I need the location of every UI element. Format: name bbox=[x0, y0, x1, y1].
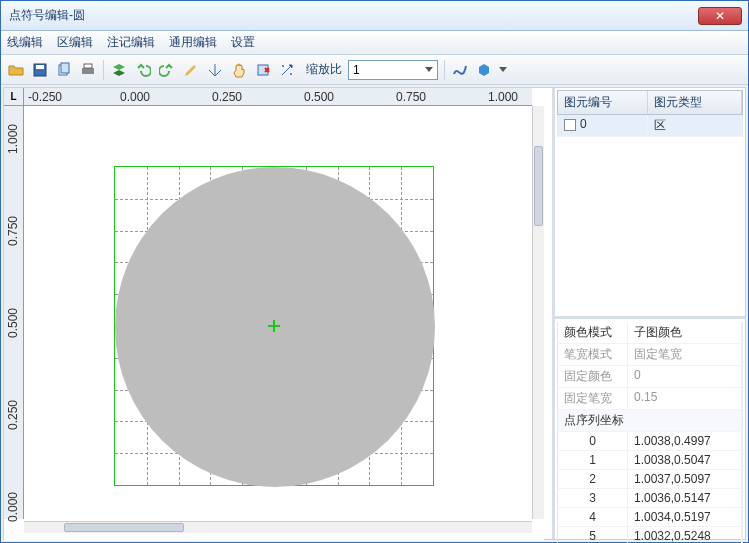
prop-label: 固定颜色 bbox=[558, 366, 628, 387]
svg-rect-1 bbox=[36, 65, 44, 69]
coord-row[interactable]: 21.0037,0.5097 bbox=[557, 470, 743, 489]
checkbox-icon[interactable] bbox=[564, 119, 576, 131]
ruler-h-tick: 0.750 bbox=[396, 90, 426, 104]
coord-val: 1.0038,0.5047 bbox=[628, 451, 742, 469]
menu-annotation-edit[interactable]: 注记编辑 bbox=[107, 34, 155, 51]
coord-val: 1.0034,0.5197 bbox=[628, 508, 742, 526]
ruler-v-tick: 0.750 bbox=[6, 216, 20, 246]
clear-icon[interactable] bbox=[206, 61, 224, 79]
prop-row[interactable]: 固定颜色 0 bbox=[557, 366, 743, 388]
horizontal-scrollbar[interactable] bbox=[24, 521, 532, 533]
layer-icon[interactable] bbox=[110, 61, 128, 79]
coords-header-row[interactable]: 点序列坐标 bbox=[557, 410, 743, 432]
open-icon[interactable] bbox=[7, 61, 25, 79]
client-area: L -0.250 0.000 0.250 0.500 0.750 1.000 1… bbox=[3, 87, 746, 540]
prop-row[interactable]: 颜色模式 子图颜色 bbox=[557, 322, 743, 344]
ruler-vertical: 1.000 0.750 0.500 0.250 0.000 bbox=[4, 106, 24, 519]
menu-line-edit[interactable]: 线编辑 bbox=[7, 34, 43, 51]
coord-row[interactable]: 01.0038,0.4997 bbox=[557, 432, 743, 451]
window-title: 点符号编辑-圆 bbox=[7, 7, 698, 24]
chevron-down-icon bbox=[425, 67, 433, 72]
magic-icon[interactable] bbox=[278, 61, 296, 79]
prop-row[interactable]: 固定笔宽 0.15 bbox=[557, 388, 743, 410]
coords-header: 点序列坐标 bbox=[558, 410, 742, 431]
coord-idx: 3 bbox=[558, 489, 628, 507]
prop-value: 子图颜色 bbox=[628, 322, 742, 343]
table-header-row: 图元编号 图元类型 bbox=[557, 90, 743, 115]
zoom-select[interactable]: 1 bbox=[348, 60, 438, 80]
vertical-scrollbar[interactable] bbox=[532, 106, 544, 519]
pan-icon[interactable] bbox=[230, 61, 248, 79]
cell-element-type: 区 bbox=[648, 115, 742, 136]
copy-icon[interactable] bbox=[55, 61, 73, 79]
table-row[interactable]: 0 区 bbox=[557, 115, 743, 137]
svg-point-7 bbox=[282, 65, 284, 67]
ruler-h-tick: 0.500 bbox=[304, 90, 334, 104]
svg-rect-4 bbox=[82, 68, 94, 74]
redo-icon[interactable] bbox=[158, 61, 176, 79]
scroll-thumb[interactable] bbox=[534, 146, 543, 226]
bounding-box bbox=[114, 166, 434, 486]
coord-idx: 2 bbox=[558, 470, 628, 488]
coord-idx: 0 bbox=[558, 432, 628, 450]
viewport[interactable] bbox=[24, 106, 532, 519]
coord-val: 1.0037,0.5097 bbox=[628, 470, 742, 488]
prop-label: 颜色模式 bbox=[558, 322, 628, 343]
menu-general-edit[interactable]: 通用编辑 bbox=[169, 34, 217, 51]
ruler-v-tick: 1.000 bbox=[6, 124, 20, 154]
delete-icon[interactable] bbox=[254, 61, 272, 79]
coord-idx: 5 bbox=[558, 527, 628, 543]
prop-value: 0 bbox=[628, 366, 742, 387]
coord-val: 1.0038,0.4997 bbox=[628, 432, 742, 450]
prop-label: 固定笔宽 bbox=[558, 388, 628, 409]
cell-element-id: 0 bbox=[558, 115, 648, 136]
coord-idx: 1 bbox=[558, 451, 628, 469]
prop-row[interactable]: 笔宽模式 固定笔宽 bbox=[557, 344, 743, 366]
scroll-thumb[interactable] bbox=[64, 523, 184, 532]
ruler-corner[interactable]: L bbox=[4, 88, 24, 106]
close-icon: ✕ bbox=[715, 9, 725, 23]
prop-value: 固定笔宽 bbox=[628, 344, 742, 365]
save-icon[interactable] bbox=[31, 61, 49, 79]
zoom-label: 缩放比 bbox=[306, 61, 342, 78]
close-button[interactable]: ✕ bbox=[698, 7, 742, 25]
ruler-h-tick: -0.250 bbox=[28, 90, 62, 104]
prop-value: 0.15 bbox=[628, 388, 742, 409]
print-icon[interactable] bbox=[79, 61, 97, 79]
coord-row[interactable]: 31.0036,0.5147 bbox=[557, 489, 743, 508]
hexagon-tool-icon[interactable] bbox=[475, 61, 493, 79]
ruler-v-tick: 0.250 bbox=[6, 400, 20, 430]
menubar: 线编辑 区编辑 注记编辑 通用编辑 设置 bbox=[1, 31, 748, 55]
menu-settings[interactable]: 设置 bbox=[231, 34, 255, 51]
ruler-horizontal: -0.250 0.000 0.250 0.500 0.750 1.000 bbox=[24, 88, 532, 106]
origin-crosshair bbox=[268, 320, 280, 332]
chevron-down-icon[interactable] bbox=[499, 67, 507, 72]
titlebar: 点符号编辑-圆 ✕ bbox=[1, 1, 748, 31]
coord-val: 1.0036,0.5147 bbox=[628, 489, 742, 507]
canvas-area: L -0.250 0.000 0.250 0.500 0.750 1.000 1… bbox=[4, 88, 544, 541]
elements-table: 图元编号 图元类型 0 区 bbox=[557, 90, 743, 314]
prop-label: 笔宽模式 bbox=[558, 344, 628, 365]
zoom-value: 1 bbox=[353, 63, 360, 77]
svg-rect-5 bbox=[84, 64, 92, 68]
menu-region-edit[interactable]: 区编辑 bbox=[57, 34, 93, 51]
ruler-h-tick: 1.000 bbox=[488, 90, 518, 104]
svg-point-8 bbox=[290, 73, 292, 75]
undo-icon[interactable] bbox=[134, 61, 152, 79]
toolbar-separator bbox=[103, 60, 104, 80]
coord-row[interactable]: 11.0038,0.5047 bbox=[557, 451, 743, 470]
ruler-v-tick: 0.500 bbox=[6, 308, 20, 338]
horizontal-splitter[interactable] bbox=[555, 316, 745, 319]
coord-val: 1.0032,0.5248 bbox=[628, 527, 742, 543]
svg-rect-3 bbox=[61, 63, 69, 73]
brush-icon[interactable] bbox=[182, 61, 200, 79]
ruler-h-tick: 0.250 bbox=[212, 90, 242, 104]
line-tool-icon[interactable] bbox=[451, 61, 469, 79]
right-pane: 图元编号 图元类型 0 区 颜色模式 子图颜色 笔宽模式 固定笔宽 bbox=[552, 88, 745, 539]
col-element-type[interactable]: 图元类型 bbox=[648, 91, 742, 114]
coord-row[interactable]: 41.0034,0.5197 bbox=[557, 508, 743, 527]
ruler-h-tick: 0.000 bbox=[120, 90, 150, 104]
ruler-v-tick: 0.000 bbox=[6, 492, 20, 522]
coord-row[interactable]: 51.0032,0.5248 bbox=[557, 527, 743, 543]
col-element-id[interactable]: 图元编号 bbox=[558, 91, 648, 114]
